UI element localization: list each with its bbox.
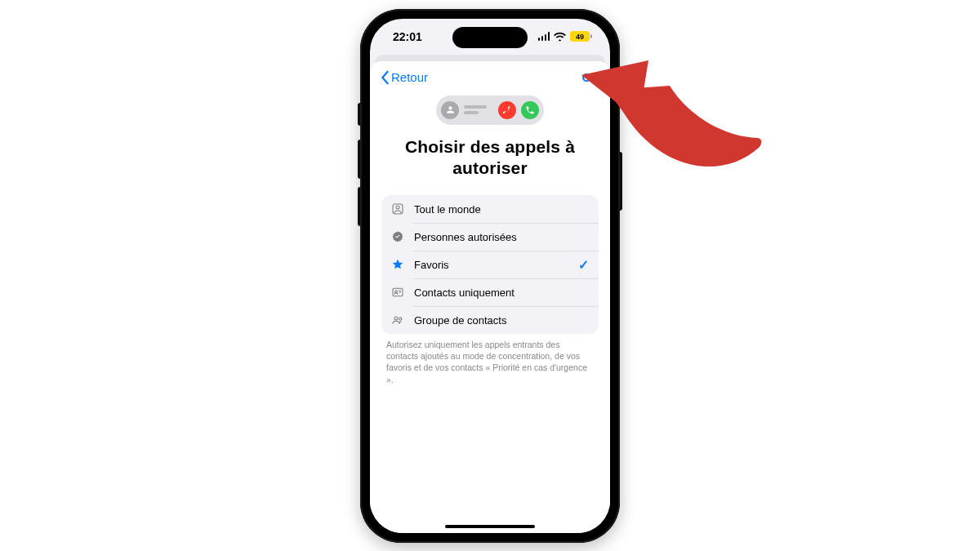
svg-point-7 [399, 318, 402, 320]
power-button [620, 152, 622, 211]
option-contact-group[interactable]: Groupe de contacts [381, 306, 599, 334]
svg-point-3 [395, 291, 398, 293]
footer-explanation: Autorisez uniquement les appels entrants… [386, 339, 594, 385]
option-label: Tout le monde [414, 203, 589, 216]
option-label: Groupe de contacts [414, 314, 589, 327]
allow-calls-list: Tout le monde Personnes autorisées [381, 195, 599, 334]
side-button [358, 103, 360, 126]
back-label: Retour [391, 70, 428, 84]
wifi-icon [554, 32, 566, 42]
volume-up-button [358, 140, 360, 179]
phone-screen: 22:01 49 [370, 19, 610, 533]
accept-call-icon [521, 101, 539, 119]
battery-indicator: 49 [570, 31, 592, 42]
option-label: Contacts uniquement [414, 287, 589, 299]
volume-down-button [358, 187, 360, 226]
checkmark-icon: ✓ [578, 257, 589, 273]
home-indicator[interactable] [445, 525, 535, 528]
group-icon [391, 313, 404, 327]
phone-frame: 22:01 49 [360, 9, 620, 543]
option-favorites[interactable]: Favoris ✓ [381, 251, 599, 278]
caller-text-placeholder [464, 105, 493, 114]
modal-sheet: Retour OK [370, 61, 610, 533]
svg-point-0 [396, 206, 399, 209]
globe-person-icon [391, 202, 404, 216]
person-icon [441, 101, 459, 119]
status-time: 22:01 [393, 30, 422, 43]
decline-call-icon [498, 101, 516, 119]
battery-level: 49 [576, 33, 584, 41]
back-button[interactable]: Retour [380, 70, 428, 85]
chevron-left-icon [380, 70, 390, 85]
contact-card-icon [391, 286, 404, 299]
cellular-signal-icon [538, 32, 550, 41]
option-everyone[interactable]: Tout le monde [381, 195, 599, 223]
seal-check-icon [391, 230, 404, 243]
option-contacts-only[interactable]: Contacts uniquement [381, 278, 599, 306]
svg-point-6 [394, 317, 398, 320]
option-label: Personnes autorisées [414, 231, 589, 243]
star-icon [391, 258, 404, 271]
ok-button[interactable]: OK [582, 70, 601, 84]
nav-bar: Retour OK [370, 61, 610, 94]
dynamic-island [452, 27, 528, 48]
page-title: Choisir des appels à autoriser [383, 136, 597, 180]
svg-rect-2 [393, 288, 403, 295]
option-allowed-people[interactable]: Personnes autorisées [381, 223, 599, 251]
incoming-call-illustration [436, 96, 544, 125]
option-label: Favoris [414, 259, 568, 271]
